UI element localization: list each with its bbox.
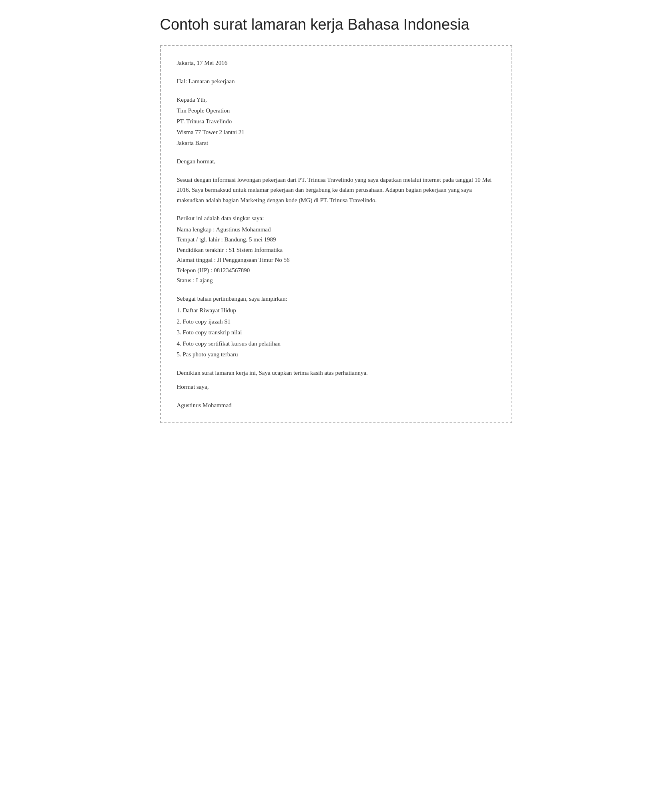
attachment-intro: Sebagai bahan pertimbangan, saya lampirk… [177,294,495,304]
recipient-line2: PT. Trinusa Travelindo [177,116,495,127]
personal-data-alamat: Alamat tinggal : Jl Penggangsaan Timur N… [177,255,495,265]
personal-data-tempat-lahir: Tempat / tgl. lahir : Bandung, 5 mei 198… [177,235,495,245]
list-item: 5. Pas photo yang terbaru [177,350,495,360]
attachment-list: 1. Daftar Riwayat Hidup 2. Foto copy ija… [177,306,495,360]
list-item: 3. Foto copy transkrip nilai [177,328,495,338]
closing-line1: Demikian surat lamaran kerja ini, Saya u… [177,368,495,378]
personal-data-pendidikan: Pendidikan terakhir : S1 Sistem Informat… [177,245,495,255]
letter-date: Jakarta, 17 Mei 2016 [177,58,495,68]
letter-body-paragraph: Sesuai dengan informasi lowongan pekerja… [177,175,495,206]
recipient-line4: Jakarta Barat [177,138,495,149]
recipient-line3: Wisma 77 Tower 2 lantai 21 [177,127,495,138]
letter-box: Jakarta, 17 Mei 2016 Hal: Lamaran pekerj… [160,45,512,423]
closing-line2: Hormat saya, [177,382,495,392]
signature-name: Agustinus Mohammad [177,400,495,411]
personal-data-status: Status : Lajang [177,275,495,286]
personal-data-telepon: Telepon (HP) : 081234567890 [177,265,495,276]
letter-recipient: Kepada Yth, Tim People Operation PT. Tri… [177,94,495,149]
letter-attachments: Sebagai bahan pertimbangan, saya lampirk… [177,294,495,360]
personal-data-nama: Nama lengkap : Agustinus Mohammad [177,225,495,235]
letter-subject: Hal: Lamaran pekerjaan [177,76,495,87]
letter-closing: Demikian surat lamaran kerja ini, Saya u… [177,368,495,392]
recipient-line1: Tim People Operation [177,105,495,116]
data-intro: Berikut ini adalah data singkat saya: [177,213,495,224]
letter-data-section: Berikut ini adalah data singkat saya: Na… [177,213,495,286]
list-item: 1. Daftar Riwayat Hidup [177,306,495,316]
letter-greeting: Dengan hormat, [177,157,495,167]
list-item: 2. Foto copy ijazah S1 [177,317,495,327]
list-item: 4. Foto copy sertifikat kursus dan pelat… [177,339,495,349]
recipient-salutation: Kepada Yth, [177,94,495,105]
page-title: Contoh surat lamaran kerja Bahasa Indone… [160,16,512,33]
